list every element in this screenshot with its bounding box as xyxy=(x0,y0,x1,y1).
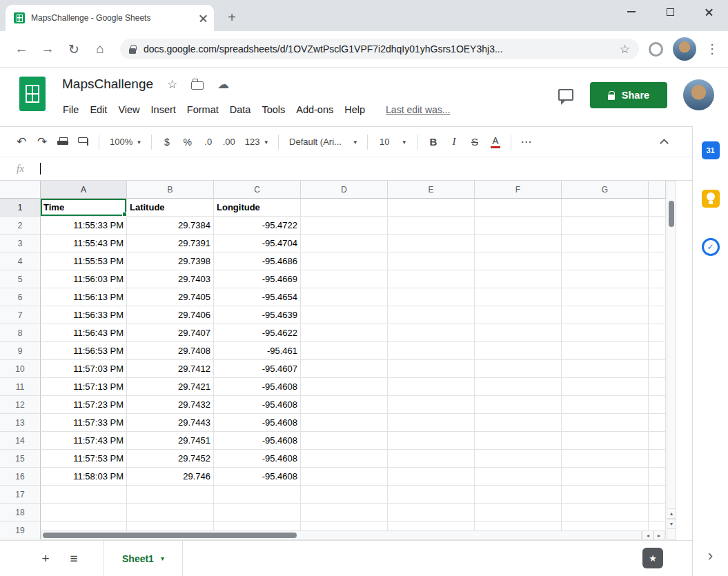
cell-B18[interactable] xyxy=(127,504,214,522)
cell-partial-14[interactable] xyxy=(649,432,666,450)
row-header-15[interactable]: 15 xyxy=(0,450,41,468)
calendar-icon[interactable]: 31 xyxy=(702,141,720,159)
cell-E4[interactable] xyxy=(388,252,475,270)
row-header-10[interactable]: 10 xyxy=(0,360,41,378)
menu-help[interactable]: Help xyxy=(339,102,371,117)
cell-B5[interactable]: 29.7403 xyxy=(127,270,214,288)
cell-G15[interactable] xyxy=(562,450,649,468)
window-close-button[interactable] xyxy=(689,0,728,23)
cell-A6[interactable]: 11:56:13 PM xyxy=(41,288,127,306)
cloud-status-icon[interactable]: ☁ xyxy=(217,77,229,92)
zoom-dropdown[interactable]: 100%▾ xyxy=(104,132,146,152)
cell-B8[interactable]: 29.7407 xyxy=(127,324,214,342)
redo-icon[interactable]: ↷ xyxy=(32,132,52,152)
cell-D1[interactable] xyxy=(301,199,388,217)
cell-C1[interactable]: Longitude xyxy=(214,199,301,217)
cell-F9[interactable] xyxy=(475,342,562,360)
cell-B16[interactable]: 29.746 xyxy=(127,468,214,486)
cell-G4[interactable] xyxy=(562,252,649,270)
back-icon[interactable]: ← xyxy=(11,41,32,57)
cell-E6[interactable] xyxy=(388,288,475,306)
cell-F2[interactable] xyxy=(475,217,562,235)
format-currency-button[interactable]: $ xyxy=(157,132,177,152)
home-icon[interactable]: ⌂ xyxy=(90,41,110,57)
cell-partial-17[interactable] xyxy=(649,486,666,504)
cell-E14[interactable] xyxy=(388,432,475,450)
cell-C5[interactable]: -95.4669 xyxy=(214,270,301,288)
format-percent-button[interactable]: % xyxy=(177,132,198,152)
column-header-partial[interactable] xyxy=(649,181,666,199)
menu-edit[interactable]: Edit xyxy=(84,102,112,117)
forward-icon[interactable]: → xyxy=(37,41,58,57)
cell-A2[interactable]: 11:55:33 PM xyxy=(41,217,127,235)
cell-E8[interactable] xyxy=(388,324,475,342)
share-button[interactable]: Share xyxy=(590,82,667,108)
row-header-3[interactable]: 3 xyxy=(0,235,41,252)
cell-partial-8[interactable] xyxy=(649,324,666,342)
cell-G14[interactable] xyxy=(562,432,649,450)
add-sheet-icon[interactable]: + xyxy=(36,549,55,568)
collapse-toolbar-icon[interactable] xyxy=(653,132,674,152)
cell-A11[interactable]: 11:57:13 PM xyxy=(41,378,127,396)
cell-G11[interactable] xyxy=(562,378,649,396)
all-sheets-icon[interactable]: ≡ xyxy=(64,549,83,568)
expand-panel-icon[interactable]: › xyxy=(708,547,713,565)
cell-B1[interactable]: Latitude xyxy=(127,199,214,217)
cell-D17[interactable] xyxy=(301,486,388,504)
cell-partial-15[interactable] xyxy=(649,450,666,468)
column-header-C[interactable]: C xyxy=(214,181,301,199)
cell-D12[interactable] xyxy=(301,396,388,414)
cell-D6[interactable] xyxy=(301,288,388,306)
row-header-9[interactable]: 9 xyxy=(0,342,41,360)
more-toolbar-icon[interactable]: ⋯ xyxy=(516,132,537,152)
cell-E3[interactable] xyxy=(388,235,475,252)
italic-button[interactable]: I xyxy=(444,132,464,152)
cell-C18[interactable] xyxy=(214,504,301,522)
column-header-G[interactable]: G xyxy=(562,181,649,199)
cell-C15[interactable]: -95.4608 xyxy=(214,450,301,468)
cell-E1[interactable] xyxy=(388,199,475,217)
window-minimize-button[interactable] xyxy=(612,0,651,23)
cell-partial-18[interactable] xyxy=(649,504,666,522)
cell-A7[interactable]: 11:56:33 PM xyxy=(41,306,127,324)
cell-F16[interactable] xyxy=(475,468,562,486)
url-bar[interactable]: docs.google.com/spreadsheets/d/1OVZwtPsc… xyxy=(120,39,639,59)
cell-D10[interactable] xyxy=(301,360,388,378)
cell-partial-6[interactable] xyxy=(649,288,666,306)
cell-E7[interactable] xyxy=(388,306,475,324)
row-header-14[interactable]: 14 xyxy=(0,432,41,450)
column-header-A[interactable]: A xyxy=(41,181,127,199)
row-header-17[interactable]: 17 xyxy=(0,486,41,504)
row-header-13[interactable]: 13 xyxy=(0,414,41,432)
decrease-decimals-button[interactable]: .0 xyxy=(198,132,219,152)
keep-icon[interactable] xyxy=(702,190,720,208)
cell-D15[interactable] xyxy=(301,450,388,468)
cell-F5[interactable] xyxy=(475,270,562,288)
cell-B17[interactable] xyxy=(127,486,214,504)
cell-E12[interactable] xyxy=(388,396,475,414)
cell-partial-13[interactable] xyxy=(649,414,666,432)
cell-partial-16[interactable] xyxy=(649,468,666,486)
cell-D9[interactable] xyxy=(301,342,388,360)
cell-F11[interactable] xyxy=(475,378,562,396)
row-header-2[interactable]: 2 xyxy=(0,217,41,235)
cell-F17[interactable] xyxy=(475,486,562,504)
menu-tools[interactable]: Tools xyxy=(256,102,291,117)
new-tab-button[interactable]: + xyxy=(222,8,242,27)
cell-F7[interactable] xyxy=(475,306,562,324)
strikethrough-button[interactable]: S xyxy=(464,132,485,152)
row-header-7[interactable]: 7 xyxy=(0,306,41,324)
cell-D4[interactable] xyxy=(301,252,388,270)
comment-icon[interactable] xyxy=(558,89,573,101)
increase-decimals-button[interactable]: .00 xyxy=(219,132,239,152)
cell-G16[interactable] xyxy=(562,468,649,486)
column-header-E[interactable]: E xyxy=(388,181,475,199)
cell-A17[interactable] xyxy=(41,486,127,504)
cell-C17[interactable] xyxy=(214,486,301,504)
cell-G12[interactable] xyxy=(562,396,649,414)
horizontal-scrollbar[interactable] xyxy=(41,530,642,540)
scroll-left-button[interactable]: ◂ xyxy=(642,530,653,540)
cell-partial-11[interactable] xyxy=(649,378,666,396)
cell-B3[interactable]: 29.7391 xyxy=(127,235,214,252)
cell-F18[interactable] xyxy=(475,504,562,522)
